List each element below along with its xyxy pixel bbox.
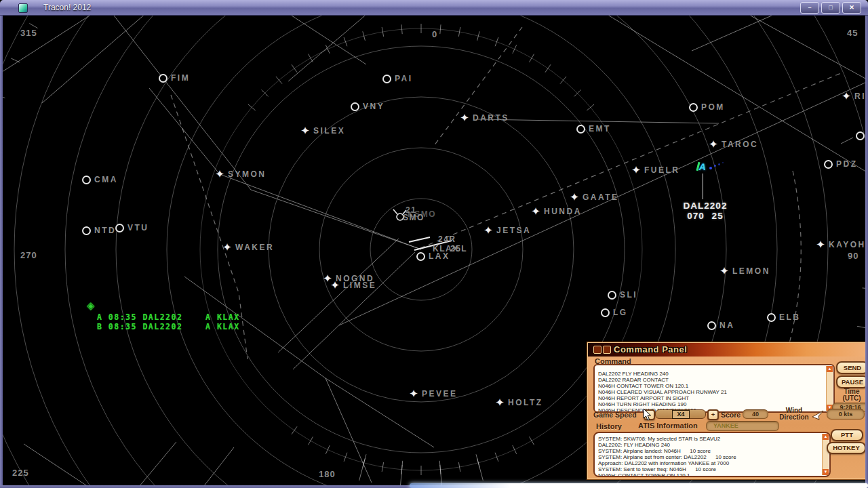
waypoint-label: HUNDA — [544, 207, 582, 216]
waypoint-star-icon[interactable]: ✦ — [569, 192, 580, 203]
waypoint-label: JETSA — [496, 226, 531, 235]
navaid-circle-icon[interactable] — [115, 224, 124, 232]
waypoint-label: GAATE — [583, 192, 619, 202]
navaid-circle-icon[interactable] — [824, 160, 833, 169]
panel-window-icon-2[interactable] — [603, 346, 611, 354]
history-scrollbar[interactable]: ▲ ▼ — [822, 434, 829, 475]
command-scrollbar[interactable]: ▲ ▼ — [826, 366, 833, 411]
waypoint-label: TAROC — [722, 140, 758, 149]
waypoint-star-icon[interactable]: ✦ — [483, 225, 494, 236]
navaid-circle-icon[interactable] — [382, 75, 391, 83]
navaid-circle-icon[interactable] — [767, 313, 776, 322]
navaid-circle-icon[interactable] — [608, 291, 616, 300]
aircraft-icon[interactable]: A — [696, 161, 708, 172]
history-line[interactable]: Approach: DAL2202 with information YANKE… — [595, 460, 829, 466]
compass-bearing-label: 270 — [20, 250, 37, 260]
compass-bearing-label: 180 — [319, 469, 336, 479]
command-line[interactable]: N046H CONTACT TOWER ON 120.1 — [595, 383, 833, 389]
hotkey-button[interactable]: HOTKEY — [827, 442, 866, 454]
compass-bearing-label: 315 — [20, 28, 37, 38]
waypoint-label: FUELR — [644, 165, 680, 175]
compass-bearing-label: 90 — [848, 251, 859, 261]
scroll-up-icon[interactable]: ▲ — [827, 366, 833, 372]
navaid-circle-icon[interactable] — [351, 102, 359, 111]
command-line[interactable]: N046H REPORT AIRPORT IN SIGHT — [595, 395, 833, 401]
wind-speed-value: 0 kts — [827, 409, 865, 420]
minimize-button[interactable]: – — [800, 2, 819, 14]
navaid-circle-icon[interactable] — [707, 321, 716, 330]
waypoint-label: DARTS — [473, 113, 509, 123]
app-icon — [18, 3, 28, 13]
aircraft-datablock[interactable]: DAL2202070 25 — [675, 201, 736, 221]
command-line[interactable]: DAL2202 RADAR CONTACT — [595, 377, 833, 383]
waypoint-label: SYMON — [228, 169, 267, 179]
game-speed-slider[interactable]: X4 — [655, 409, 706, 419]
speed-plus-button[interactable]: + — [707, 409, 719, 420]
panel-window-icon-1[interactable] — [593, 346, 601, 354]
waypoint-star-icon[interactable]: ✦ — [459, 113, 470, 123]
history-list[interactable]: SYSTEM: SKW708: My selected STAR is SEAV… — [593, 432, 831, 477]
navaid-circle-icon[interactable] — [689, 103, 698, 112]
ptt-button[interactable]: PTT — [831, 429, 863, 441]
send-button[interactable]: SEND — [836, 361, 868, 374]
history-line[interactable]: SYSTEM: Airplane set from center: DAL220… — [595, 454, 829, 460]
trail-dot-icon — [709, 167, 712, 169]
navaid-label: VNY — [363, 102, 384, 111]
lax-runway-25l-label: 25L — [450, 244, 467, 253]
navaid-label: PDZ — [836, 159, 858, 169]
pause-button[interactable]: PAUSE — [836, 375, 868, 388]
command-list[interactable]: DAL2202 FLY HEADING 240DAL2202 RADAR CON… — [593, 364, 835, 413]
waypoint-star-icon[interactable]: ✦ — [708, 139, 719, 150]
command-line[interactable]: DAL2202 FLY HEADING 240 — [595, 371, 833, 377]
waypoint-star-icon[interactable]: ✦ — [494, 397, 505, 408]
game-speed-label: Game Speed — [593, 411, 637, 419]
scroll-up-icon[interactable]: ▲ — [823, 434, 829, 440]
history-line[interactable]: N046H: CONTACT TOWER ON 120.1 — [595, 472, 829, 477]
history-tab[interactable]: History — [596, 422, 622, 430]
navaid-label: SLI — [620, 290, 637, 300]
window-title: Tracon! 2012 — [43, 3, 91, 12]
navaid-circle-icon[interactable] — [82, 176, 91, 184]
close-button[interactable]: ✕ — [842, 2, 861, 14]
compass-bearing-label: 0 — [432, 29, 437, 39]
history-line[interactable]: SYSTEM: Sent to tower freq: N046H 10 sco… — [595, 466, 829, 472]
navaid-circle-icon[interactable] — [856, 131, 865, 140]
aircraft-leader-line — [703, 174, 703, 199]
waypoint-star-icon[interactable]: ✦ — [631, 165, 642, 176]
bottom-glow-bar — [410, 483, 868, 488]
command-panel: Command Panel Command DAL2202 FLY HEADIN… — [587, 342, 868, 479]
waypoint-star-icon[interactable]: ✦ — [408, 388, 419, 399]
scroll-down-icon[interactable]: ▼ — [823, 469, 829, 475]
command-line[interactable]: N046H CLEARED VISUAL APPROACH RUNWAY 21 — [595, 389, 833, 395]
history-line[interactable]: SYSTEM: SKW708: My selected STAR is SEAV… — [595, 436, 829, 442]
waypoint-label: LEMON — [732, 266, 770, 276]
trail-dot-icon — [722, 162, 724, 163]
waypoint-star-icon[interactable]: ✦ — [530, 206, 541, 217]
navaid-circle-icon[interactable] — [82, 226, 91, 235]
waypoint-star-icon[interactable]: ✦ — [214, 169, 225, 180]
aircraft-callsign: DAL2202 — [684, 201, 728, 211]
waypoint-star-icon[interactable]: ✦ — [330, 280, 340, 291]
maximize-button[interactable]: □ — [821, 2, 840, 14]
waypoint-star-icon[interactable]: ✦ — [300, 125, 311, 136]
navaid-circle-icon[interactable] — [159, 74, 167, 83]
waypoint-star-icon[interactable]: ✦ — [719, 266, 730, 277]
strip-line-b[interactable]: B 08:35 DAL2202 A KLAX — [97, 322, 240, 331]
navaid-label: NTD — [94, 226, 116, 235]
mouse-cursor — [643, 408, 652, 424]
waypoint-label: PEVEE — [422, 389, 458, 399]
waypoint-star-icon[interactable]: ✦ — [841, 91, 852, 102]
command-panel-header[interactable]: Command Panel — [588, 343, 868, 357]
history-line[interactable]: SYSTEM: Airplane landed: N046H 10 score — [595, 448, 829, 454]
game-speed-value: X4 — [672, 410, 690, 419]
score-value: 40 — [743, 409, 768, 419]
navaid-circle-icon[interactable] — [601, 308, 610, 317]
waypoint-star-icon[interactable]: ✦ — [815, 239, 826, 250]
aircraft-alt-speed: 070 25 — [687, 211, 723, 221]
window-titlebar[interactable]: Tracon! 2012 – □ ✕ — [0, 0, 868, 16]
navaid-circle-icon[interactable] — [576, 125, 585, 134]
history-line[interactable]: DAL2202: FLY HEADING 240 — [595, 442, 829, 448]
waypoint-star-icon[interactable]: ✦ — [222, 242, 233, 253]
navaid-circle-icon[interactable] — [416, 252, 425, 261]
strip-line-a[interactable]: A 08:35 DAL2202 A KLAX — [97, 312, 240, 322]
